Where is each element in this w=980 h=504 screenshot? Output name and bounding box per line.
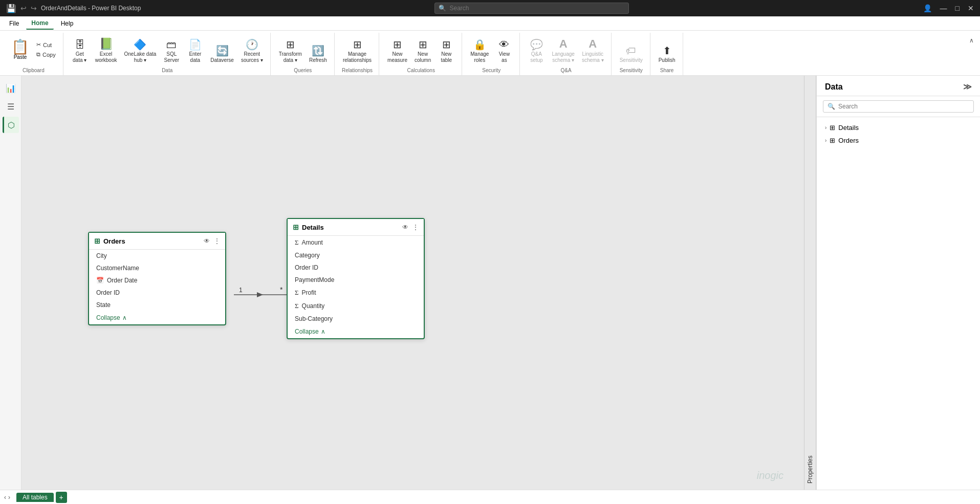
details-table-header: ⊞ Details 👁 ⋮ [288,219,424,236]
orders-collapse[interactable]: Collapse ∧ [89,311,225,324]
view-as-button[interactable]: 👁 Viewas [493,37,515,65]
undo-icon[interactable]: ↩ [20,4,27,12]
new-table-button[interactable]: ⊞ Newtable [435,37,458,65]
tree-item-orders[interactable]: › ⊞ Orders [823,134,974,147]
details-table-title: ⊞ Details [293,223,324,231]
excel-button[interactable]: 📗 Excelworkbook [92,36,120,65]
title-bar-controls: 👤 — □ ✕ [923,4,974,12]
details-field-paymentmode: PaymentMode [288,274,424,286]
orders-more-icon[interactable]: ⋮ [214,237,220,245]
close-button[interactable]: ✕ [968,4,974,12]
bottom-bar: ‹ › All tables + [0,490,980,504]
calendar-icon: 📅 [96,277,104,284]
new-measure-button[interactable]: ⊞ Newmeasure [384,37,410,65]
orders-table-title: ⊞ Orders [94,237,125,245]
publish-icon: ⬆ [663,46,671,56]
sigma-amount-icon: Σ [295,238,299,247]
ribbon-group-data: 🗄 Getdata ▾ 📗 Excelworkbook 🔷 OneLake da… [64,33,271,75]
orders-chevron-icon: › [825,138,826,143]
transform-button[interactable]: ⊞ Transformdata ▾ [276,37,305,65]
minimize-button[interactable]: — [940,4,947,12]
sidebar-icon-data[interactable]: ☰ [3,98,19,115]
view-as-icon: 👁 [499,39,509,50]
recent-icon: 🕐 [246,39,258,50]
details-chevron-icon: › [825,125,826,130]
orders-collapse-icon: ∧ [122,314,127,321]
sidebar-icon-report[interactable]: 📊 [3,80,19,96]
orders-preview-icon[interactable]: 👁 [204,237,210,245]
qna-label: Q&A [560,65,571,73]
refresh-button[interactable]: 🔃 Refresh [306,43,330,65]
orders-table: ⊞ Orders 👁 ⋮ City CustomerName 📅 Order D… [88,232,226,325]
ribbon-group-sensitivity: 🏷 Sensitivity Sensitivity [613,33,650,75]
user-icon[interactable]: 👤 [923,4,932,12]
title-search-input[interactable] [434,3,629,14]
cut-button[interactable]: ✂ Cut [33,40,59,49]
sensitivity-button[interactable]: 🏷 Sensitivity [617,43,646,65]
menu-file[interactable]: File [4,18,24,29]
ribbon: 📋 Paste ✂ Cut ⧉ Copy Clipboard 🗄 Getdata… [0,31,980,76]
manage-roles-button[interactable]: 🔒 Manageroles [467,37,492,65]
redo-icon[interactable]: ↪ [31,4,37,12]
new-column-button[interactable]: ⊞ Newcolumn [411,37,434,65]
manage-relationships-button[interactable]: ⊞ Managerelationships [340,37,375,65]
ribbon-group-relationships: ⊞ Managerelationships Relationships [336,33,379,75]
details-field-category: Category [288,249,424,261]
enter-data-button[interactable]: 📄 Enterdata [184,37,206,65]
onelake-icon: 🔷 [134,39,146,50]
details-field-profit: Σ Profit [288,286,424,299]
publish-button[interactable]: ⬆ Publish [656,43,679,65]
sigma-profit-icon: Σ [295,289,299,297]
save-icon[interactable]: 💾 [6,4,16,13]
onelake-button[interactable]: 🔷 OneLake datahub ▾ [121,37,160,65]
sidebar-icon-model[interactable]: ⬡ [3,117,19,133]
right-panel-search: 🔍 [817,96,980,117]
details-collapse-icon: ∧ [321,328,325,335]
refresh-icon: 🔃 [312,46,324,56]
add-tab-button[interactable]: + [56,492,67,503]
maximize-button[interactable]: □ [955,4,960,12]
enter-data-icon: 📄 [189,39,202,50]
report-icon: 📊 [6,83,16,93]
qa-icon: 💬 [530,39,543,50]
canvas-area: 1 * ⊞ Orders 👁 ⋮ City CustomerName [21,76,804,490]
ribbon-group-queries: ⊞ Transformdata ▾ 🔃 Refresh Queries [272,33,335,75]
details-preview-icon[interactable]: 👁 [402,224,408,231]
paste-button[interactable]: 📋 Paste [8,34,32,65]
details-more-icon[interactable]: ⋮ [412,224,419,231]
prev-page-icon[interactable]: ‹ [4,494,6,501]
orders-field-state: State [89,299,225,311]
expand-panel-icon[interactable]: ≫ [963,82,972,92]
next-page-icon[interactable]: › [8,494,10,501]
details-field-orderid: Order ID [288,261,424,274]
language-icon: A [559,38,568,50]
get-data-button[interactable]: 🗄 Getdata ▾ [69,37,91,65]
sigma-quantity-icon: Σ [295,302,299,310]
orders-field-customername: CustomerName [89,262,225,274]
main-layout: 📊 ☰ ⬡ 1 * ⊞ Orders [0,76,980,490]
title-bar: 💾 ↩ ↪ OrderAndDetails - Power BI Desktop… [0,0,980,16]
orders-field-orderid: Order ID [89,287,225,299]
details-collapse[interactable]: Collapse ∧ [288,325,424,338]
language-schema-button[interactable]: A Languageschema ▾ [549,36,578,65]
properties-tab[interactable]: Properties [804,76,816,490]
search-input[interactable] [838,103,969,110]
all-tables-tab[interactable]: All tables [16,493,54,502]
app-title: OrderAndDetails - Power BI Desktop [41,5,141,12]
linguistic-schema-button[interactable]: A Linguisticschema ▾ [579,36,607,65]
tree-item-details[interactable]: › ⊞ Details [823,121,974,134]
copy-button[interactable]: ⧉ Copy [33,50,59,59]
search-icon: 🔍 [827,103,835,110]
recent-sources-button[interactable]: 🕐 Recentsources ▾ [238,37,266,65]
orders-table-icons: 👁 ⋮ [204,237,220,245]
dataverse-button[interactable]: 🔄 Dataverse [207,43,237,65]
sql-button[interactable]: 🗃 SQLServer [160,37,183,65]
details-table-icon-tree: ⊞ [830,124,835,132]
ribbon-collapse-icon[interactable]: ∧ [967,35,976,46]
orders-table-header: ⊞ Orders 👁 ⋮ [89,233,225,250]
ribbon-group-share: ⬆ Publish Share [651,33,683,75]
menu-home[interactable]: Home [26,17,53,30]
menu-help[interactable]: Help [56,18,79,29]
qa-setup-button[interactable]: 💬 Q&Asetup [525,37,548,65]
details-table-icons: 👁 ⋮ [402,224,419,231]
